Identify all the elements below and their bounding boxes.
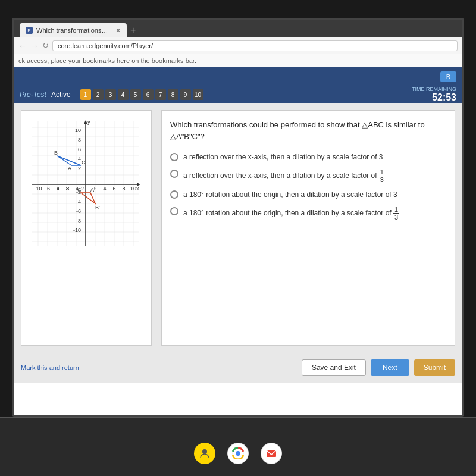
q-num-1[interactable]: 1 [80, 89, 91, 100]
tab-label: Which transformations could b... [36, 27, 109, 34]
time-remaining-block: TIME REMAINING 52:53 [412, 86, 456, 103]
radio-c[interactable] [170, 190, 178, 199]
header-button[interactable]: B [440, 71, 456, 82]
coordinate-graph: y x 10 8 6 4 2 -2 -4 -6 -8 -10 -8 -6 -8 … [26, 115, 145, 252]
option-d[interactable]: a 180° rotation about the origin, then a… [170, 206, 446, 221]
laptop-bottom [0, 416, 476, 476]
svg-text:-10: -10 [73, 227, 81, 233]
taskbar-chrome-icon[interactable] [227, 443, 249, 464]
svg-text:-4: -4 [55, 186, 60, 192]
svg-text:y: y [87, 119, 90, 125]
q-num-8[interactable]: 8 [168, 89, 178, 100]
question-area: Which transformations could be performed… [161, 110, 455, 346]
radio-b[interactable] [170, 170, 178, 178]
radio-a[interactable] [170, 153, 178, 161]
svg-text:B': B' [95, 205, 100, 211]
option-a-text: a reflection over the x-axis, then a dil… [183, 152, 383, 162]
pretest-bar: Pre-Test Active 1 2 3 4 5 6 7 8 9 10 TIM… [14, 86, 462, 103]
svg-text:6: 6 [112, 186, 115, 192]
svg-text:8: 8 [122, 186, 125, 192]
refresh-icon[interactable]: ↻ [42, 41, 49, 50]
question-numbers: 1 2 3 4 5 6 7 8 9 10 [80, 89, 203, 100]
main-content: y x 10 8 6 4 2 -2 -4 -6 -8 -10 -8 -6 -8 … [14, 103, 462, 353]
browser-tab-active[interactable]: E Which transformations could b... ✕ [20, 23, 127, 37]
taskbar-person-icon[interactable] [194, 443, 215, 464]
q-num-4[interactable]: 4 [118, 89, 129, 100]
svg-text:-10: -10 [34, 186, 42, 192]
q-num-6[interactable]: 6 [143, 89, 154, 100]
svg-text:C': C' [77, 187, 82, 193]
q-num-7[interactable]: 7 [155, 89, 166, 100]
answer-options: a reflection over the x-axis, then a dil… [170, 152, 446, 221]
svg-text:C: C [82, 159, 86, 165]
svg-text:10: 10 [130, 186, 136, 192]
bookmarks-text: ck access, place your bookmarks here on … [18, 57, 196, 64]
q-num-2[interactable]: 2 [93, 89, 104, 100]
svg-text:6: 6 [78, 146, 81, 152]
svg-text:8: 8 [78, 137, 81, 143]
edgenuity-header: B [14, 67, 462, 86]
svg-text:-8: -8 [76, 218, 81, 224]
q-num-5[interactable]: 5 [130, 89, 141, 100]
svg-text:-4: -4 [76, 199, 81, 205]
back-icon[interactable]: ← [18, 41, 27, 51]
option-c-text: a 180° rotation about the origin, then a… [183, 189, 397, 200]
bookmarks-bar: ck access, place your bookmarks here on … [14, 54, 462, 67]
option-c[interactable]: a 180° rotation about the origin, then a… [170, 189, 446, 200]
pretest-status: Active [51, 90, 71, 99]
radio-d[interactable] [170, 207, 178, 215]
fraction-d: 13 [393, 206, 399, 221]
tab-favicon: E [26, 27, 33, 34]
svg-text:-6: -6 [76, 208, 81, 214]
time-remaining-value: 52:53 [432, 92, 456, 102]
svg-text:4: 4 [103, 186, 106, 192]
svg-text:2: 2 [78, 165, 81, 171]
laptop-screen: E Which transformations could b... ✕ + ←… [12, 18, 464, 416]
bottom-area: Mark this and return Save and Exit Next … [14, 353, 462, 383]
taskbar-mail-icon[interactable] [261, 443, 282, 464]
new-tab-icon[interactable]: + [130, 25, 136, 36]
option-b[interactable]: a reflection over the x-axis, then a dil… [170, 168, 446, 183]
forward-icon[interactable]: → [30, 41, 39, 51]
save-exit-button[interactable]: Save and Exit [302, 359, 366, 376]
q-num-9[interactable]: 9 [180, 89, 191, 100]
url-bar[interactable]: core.learn.edgenuity.com/Player/ [52, 40, 458, 51]
option-d-text: a 180° rotation about the origin, then a… [183, 206, 399, 221]
time-remaining-label: TIME REMAINING [412, 86, 456, 92]
tab-close-icon[interactable]: ✕ [115, 27, 121, 35]
browser-bar: ← → ↻ core.learn.edgenuity.com/Player/ [14, 37, 462, 54]
svg-text:-6: -6 [45, 186, 50, 192]
svg-text:x: x [136, 186, 139, 192]
svg-text:A': A' [90, 187, 95, 193]
svg-point-62 [236, 451, 240, 456]
svg-text:B: B [54, 150, 58, 156]
svg-text:-2: -2 [64, 186, 69, 192]
taskbar [194, 443, 282, 464]
svg-text:A: A [68, 165, 71, 171]
triangle-abc-prime [81, 193, 95, 203]
svg-text:4: 4 [78, 156, 81, 162]
option-a[interactable]: a reflection over the x-axis, then a dil… [170, 152, 446, 162]
svg-point-60 [202, 449, 207, 454]
pretest-label: Pre-Test [20, 90, 46, 99]
next-button[interactable]: Next [371, 359, 409, 376]
q-num-3[interactable]: 3 [105, 89, 116, 100]
svg-text:10: 10 [75, 127, 81, 133]
mark-return-link[interactable]: Mark this and return [21, 364, 79, 371]
bottom-buttons: Save and Exit Next Submit [302, 359, 455, 376]
option-b-text: a reflection over the x-axis, then a dil… [183, 168, 385, 183]
browser-tabs: E Which transformations could b... ✕ + [14, 20, 462, 37]
q-num-10[interactable]: 10 [193, 89, 203, 100]
graph-area: y x 10 8 6 4 2 -2 -4 -6 -8 -10 -8 -6 -8 … [21, 110, 152, 346]
submit-button[interactable]: Submit [414, 359, 455, 376]
question-text: Which transformations could be performed… [170, 119, 446, 142]
fraction-b: 13 [379, 168, 385, 183]
